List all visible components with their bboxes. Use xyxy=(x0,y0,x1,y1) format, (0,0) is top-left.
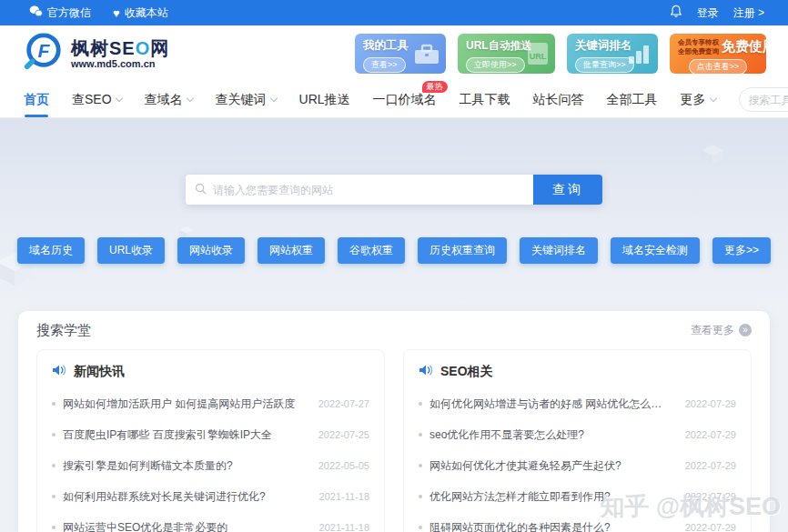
heart-icon: ♥ xyxy=(113,7,120,19)
promo-url-push[interactable]: URL自动推送 立即使用>> URL xyxy=(458,34,555,74)
speaker-icon xyxy=(52,364,66,380)
article-row[interactable]: 阻碍网站页面优化的各种因素是什么? 2022-07-29 xyxy=(419,512,736,532)
quick-link-more[interactable]: 更多>> xyxy=(712,237,771,264)
section-title: 搜索学堂 xyxy=(36,322,91,339)
article-row[interactable]: 网站如何优化才使其避免轻易产生起伏? 2022-07-29 xyxy=(419,450,736,481)
chevron-down-icon xyxy=(709,95,716,102)
article-date: 2022-05-05 xyxy=(318,460,369,471)
site-header: F 枫树SEO网 www.md5.com.cn 我的工具 查看>> URL自动推… xyxy=(0,25,788,82)
login-link[interactable]: 登录 xyxy=(697,5,719,21)
site-logo[interactable]: F 枫树SEO网 www.md5.com.cn xyxy=(22,31,169,76)
nav-check-seo[interactable]: 查SEO xyxy=(72,92,122,108)
bullet-dot xyxy=(52,495,56,498)
nav-all-tools[interactable]: 全部工具 xyxy=(607,92,658,108)
column-title: 新闻快讯 xyxy=(74,364,125,380)
promo-keyword-rank[interactable]: 关键词排名 批量查询>> xyxy=(567,34,658,74)
topbar-left: 官方微信 ♥ 收藏本站 xyxy=(29,5,168,21)
article-row[interactable]: 网站运营中SEO优化是非常必要的 2021-11-18 xyxy=(52,512,369,532)
promo-my-tools[interactable]: 我的工具 查看>> xyxy=(355,34,446,74)
topbar-right: 登录 注册 > xyxy=(670,5,764,21)
article-date: 2021-11-18 xyxy=(319,522,369,532)
article-row[interactable]: 优化网站方法怎样才能立即看到作用? 2022-07-29 xyxy=(419,481,736,512)
article-row[interactable]: 如何利用站群系统对长尾关键词进行优化? 2021-11-18 xyxy=(52,481,369,512)
news-column: 新闻快讯 网站如何增加活跃用户 如何提高网站用户活跃度 2022-07-27 百… xyxy=(36,349,385,532)
article-date: 2022-07-25 xyxy=(318,429,369,440)
article-date: 2022-07-29 xyxy=(685,522,736,532)
promo-url-push-action[interactable]: 立即使用>> xyxy=(466,57,525,73)
promo-free-use-action[interactable]: 点击查看>> xyxy=(689,59,748,75)
cube-decoration xyxy=(701,144,724,169)
article-row[interactable]: 网站如何增加活跃用户 如何提高网站用户活跃度 2022-07-27 xyxy=(52,388,369,419)
article-date: 2022-07-29 xyxy=(685,429,736,440)
quick-link-url-index[interactable]: URL收录 xyxy=(97,237,165,264)
url-icon: URL xyxy=(526,42,550,69)
promo-banners: 我的工具 查看>> URL自动推送 立即使用>> URL 关键词排名 批量查询>… xyxy=(355,34,766,74)
search-school-header: 搜索学堂 查看更多 » xyxy=(36,311,752,349)
search-school-card: 搜索学堂 查看更多 » 新闻快讯 网站如何增加活跃用户 如何提高网站用户活跃度 … xyxy=(18,311,770,532)
article-row[interactable]: 搜索引擎是如何判断锚文本质量的? 2022-05-05 xyxy=(52,450,369,481)
bullet-dot xyxy=(52,464,56,467)
wechat-icon xyxy=(29,5,43,20)
site-name: 枫树SEO网 xyxy=(71,38,169,58)
login-label: 登录 xyxy=(697,5,719,21)
quick-link-keyword-rank[interactable]: 关键词排名 xyxy=(520,237,598,264)
logo-text: 枫树SEO网 www.md5.com.cn xyxy=(71,38,169,69)
arrow-circle-icon: » xyxy=(739,324,752,336)
quick-link-domain-history[interactable]: 域名历史 xyxy=(17,237,85,264)
register-label: 注册 > xyxy=(733,5,764,21)
view-more-link[interactable]: 查看更多 » xyxy=(691,323,752,338)
article-date: 2021-11-18 xyxy=(319,491,369,502)
nav-tool-download[interactable]: 工具下载 xyxy=(460,92,510,108)
top-bar: 官方微信 ♥ 收藏本站 登录 注册 > xyxy=(0,0,788,25)
chevron-down-icon xyxy=(186,95,193,102)
article-columns: 新闻快讯 网站如何增加活跃用户 如何提高网站用户活跃度 2022-07-27 百… xyxy=(36,349,752,532)
bullet-dot xyxy=(419,433,422,437)
bullet-dot xyxy=(419,495,422,498)
bullet-dot xyxy=(419,402,422,406)
promo-free-use[interactable]: 会员专享特权 全部免费查询 免费使用 点击查看>> xyxy=(670,34,766,74)
site-query-input[interactable] xyxy=(213,184,524,196)
main-nav: 首页 查SEO 查域名 查关键词 URL推送 一口价域名最热 工具下载 站长问答… xyxy=(0,82,788,118)
logo-magnifier-icon: F xyxy=(22,31,64,76)
speaker-icon xyxy=(419,364,433,380)
quick-link-history-weight[interactable]: 历史权重查询 xyxy=(418,237,507,264)
chevron-down-icon xyxy=(269,95,277,102)
bar-chart-icon xyxy=(627,44,652,69)
notification-bell-icon[interactable] xyxy=(670,5,682,21)
nav-fixed-price-domain[interactable]: 一口价域名最热 xyxy=(373,92,437,108)
news-column-header: 新闻快讯 xyxy=(52,357,369,388)
register-link[interactable]: 注册 > xyxy=(733,5,764,21)
site-url: www.md5.com.cn xyxy=(71,58,169,69)
article-row[interactable]: 百度爬虫IP有哪些 百度搜索引擎蜘蛛IP大全 2022-07-25 xyxy=(52,419,369,450)
article-date: 2022-07-29 xyxy=(685,491,736,502)
article-date: 2022-07-29 xyxy=(685,460,736,471)
nav-url-push[interactable]: URL推送 xyxy=(299,92,350,108)
site-query-input-box xyxy=(186,175,533,205)
favorite-site-label: 收藏本站 xyxy=(125,5,168,21)
seo-column: SEO相关 如何优化网站增进与访者的好感 网站优化怎么做才能吸引访者浏览 202… xyxy=(403,349,752,532)
nav-more[interactable]: 更多 xyxy=(681,92,716,108)
search-icon xyxy=(195,182,207,198)
promo-my-tools-action[interactable]: 查看>> xyxy=(363,57,406,73)
nav-check-domain[interactable]: 查域名 xyxy=(145,92,193,108)
quick-tool-links: 域名历史 URL收录 网站收录 网站权重 谷歌权重 历史权重查询 关键词排名 域… xyxy=(0,237,788,264)
official-wechat-link[interactable]: 官方微信 xyxy=(29,5,91,21)
bullet-dot xyxy=(52,526,56,529)
quick-link-site-weight[interactable]: 网站权重 xyxy=(258,237,325,264)
tool-search-box xyxy=(739,87,788,112)
quick-link-site-index[interactable]: 网站收录 xyxy=(177,237,245,264)
quick-link-google-weight[interactable]: 谷歌权重 xyxy=(338,237,405,264)
promo-keyword-rank-action[interactable]: 批量查询>> xyxy=(575,57,634,73)
nav-check-keyword[interactable]: 查关键词 xyxy=(216,92,277,108)
nav-home[interactable]: 首页 xyxy=(24,92,49,108)
article-row[interactable]: seo优化作用不显著要怎么处理? 2022-07-29 xyxy=(419,419,736,450)
favorite-site-link[interactable]: ♥ 收藏本站 xyxy=(113,5,168,21)
seo-column-header: SEO相关 xyxy=(419,357,736,388)
promo-free-use-title: 免费使用 xyxy=(722,38,766,55)
query-button[interactable]: 查询 xyxy=(533,175,602,205)
quick-link-domain-safety[interactable]: 域名安全检测 xyxy=(611,237,700,264)
nav-webmaster-qa[interactable]: 站长问答 xyxy=(533,92,584,108)
article-row[interactable]: 如何优化网站增进与访者的好感 网站优化怎么做才能吸引访者浏览 2022-07-2… xyxy=(419,388,736,419)
tool-search-input[interactable] xyxy=(749,94,788,106)
svg-text:URL: URL xyxy=(530,52,547,61)
